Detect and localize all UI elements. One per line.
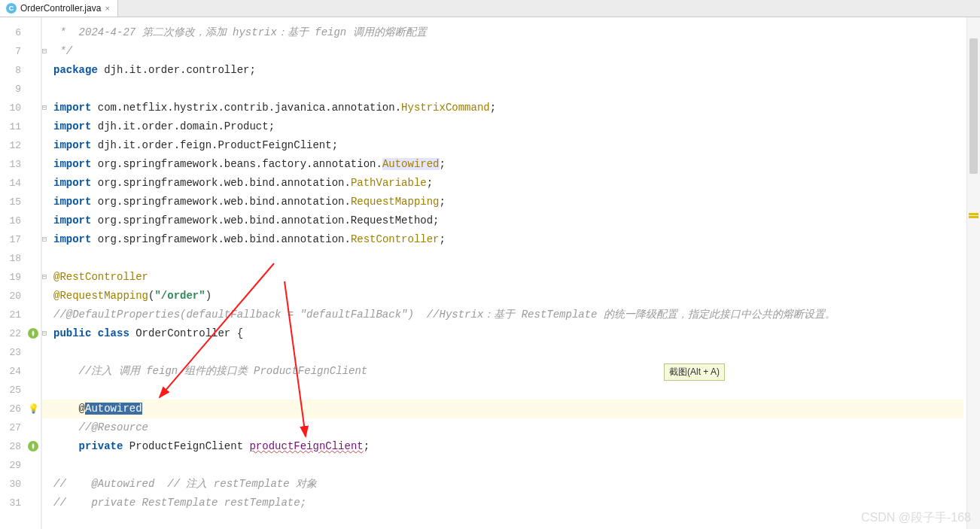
spring-bean-icon[interactable] [28, 441, 38, 451]
code-line[interactable]: // @Autowired // 注入 restTemplate 对象 [42, 475, 980, 494]
fold-spacer [40, 155, 49, 174]
code-line[interactable]: ⊟ */ [42, 42, 980, 61]
fold-spacer [40, 475, 49, 494]
close-icon[interactable]: × [105, 4, 109, 13]
code-line[interactable]: import djh.it.order.feign.ProductFeignCl… [42, 136, 980, 155]
scroll-marker [969, 216, 978, 218]
fold-toggle-icon[interactable]: ⊟ [40, 230, 49, 249]
fold-spacer [40, 456, 49, 475]
code-line[interactable]: private ProductFeignClient productFeignC… [42, 437, 980, 456]
code-line[interactable] [42, 456, 980, 475]
fold-spacer [40, 381, 49, 400]
scroll-thumb[interactable] [969, 38, 978, 174]
fold-spacer [40, 61, 49, 80]
fold-spacer [40, 117, 49, 136]
code-line[interactable]: //@Resource [42, 418, 980, 437]
code-line[interactable]: package djh.it.order.controller; [42, 61, 980, 80]
tab-filename: OrderController.java [20, 3, 101, 14]
fold-spacer [40, 287, 49, 306]
fold-spacer [40, 211, 49, 230]
fold-spacer [40, 306, 49, 324]
spring-bean-icon[interactable] [28, 328, 38, 339]
code-line[interactable]: import org.springframework.web.bind.anno… [42, 174, 980, 193]
java-class-icon: C [6, 3, 17, 14]
editor: 💡 67891011121314151617181920212223242526… [0, 17, 980, 529]
editor-tab-bar: C OrderController.java × [0, 0, 980, 17]
code-line[interactable]: @Autowired [42, 400, 980, 418]
vertical-scrollbar[interactable] [966, 17, 980, 529]
fold-spacer [40, 174, 49, 193]
fold-toggle-icon[interactable]: ⊟ [40, 42, 49, 61]
code-line[interactable]: * 2024-4-27 第二次修改，添加 hystrix：基于 feign 调用… [42, 23, 980, 42]
fold-spacer [40, 400, 49, 418]
code-line[interactable]: ⊟@RestController [42, 268, 980, 287]
code-line[interactable]: ⊟import org.springframework.web.bind.ann… [42, 230, 980, 249]
fold-spacer [40, 23, 49, 42]
file-tab[interactable]: C OrderController.java × [0, 0, 118, 17]
fold-spacer [40, 362, 49, 381]
fold-toggle-icon[interactable]: ⊟ [40, 268, 49, 287]
code-line[interactable]: import org.springframework.web.bind.anno… [42, 193, 980, 211]
code-line[interactable]: ⊟import com.netflix.hystrix.contrib.java… [42, 99, 980, 117]
code-line[interactable]: //注入 调用 feign 组件的接口类 ProductFeignClient [42, 362, 980, 381]
code-line[interactable]: @RequestMapping("/order") [42, 287, 980, 306]
fold-toggle-icon[interactable]: ⊟ [40, 99, 49, 117]
fold-spacer [40, 418, 49, 437]
fold-spacer [40, 136, 49, 155]
code-line[interactable] [42, 343, 980, 362]
code-line[interactable] [42, 249, 980, 268]
fold-spacer [40, 343, 49, 362]
selected-text: Autowired [85, 403, 142, 415]
code-area[interactable]: * 2024-4-27 第二次修改，添加 hystrix：基于 feign 调用… [42, 17, 980, 529]
code-line[interactable]: import org.springframework.beans.factory… [42, 155, 980, 174]
gutter: 💡 67891011121314151617181920212223242526… [0, 17, 42, 529]
scroll-marker [969, 213, 978, 215]
code-line[interactable]: import djh.it.order.domain.Product; [42, 117, 980, 136]
fold-toggle-icon[interactable]: ⊟ [40, 324, 49, 343]
code-line[interactable]: ⊟public class OrderController { [42, 324, 980, 343]
code-line[interactable] [42, 80, 980, 99]
code-line[interactable]: //@DefaultProperties(defaultFallback = "… [42, 306, 980, 324]
fold-spacer [40, 193, 49, 211]
code-line[interactable] [42, 381, 980, 400]
fold-spacer [40, 249, 49, 268]
fold-spacer [40, 494, 49, 512]
intention-bulb-icon[interactable]: 💡 [28, 403, 38, 414]
code-line[interactable]: // private RestTemplate restTemplate; [42, 494, 980, 512]
screenshot-tooltip: 截图(Alt + A) [664, 363, 725, 381]
fold-spacer [40, 437, 49, 456]
code-line[interactable]: import org.springframework.web.bind.anno… [42, 211, 980, 230]
fold-spacer [40, 80, 49, 99]
